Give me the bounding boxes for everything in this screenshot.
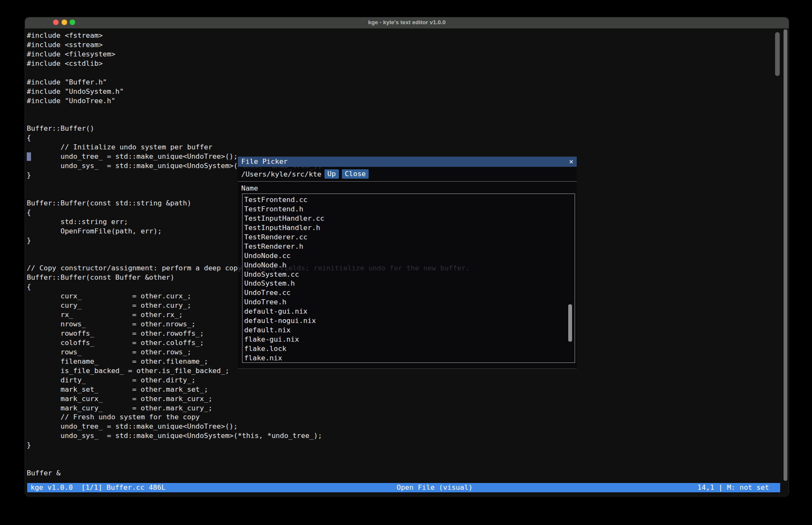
text-cursor bbox=[27, 152, 31, 161]
file-list-item[interactable]: default.nix bbox=[244, 326, 575, 335]
file-list-item[interactable]: TestInputHandler.cc bbox=[244, 214, 575, 223]
status-bar: kge v1.0.0 [1/1] Buffer.cc 486L Open Fil… bbox=[27, 483, 780, 492]
up-button[interactable]: Up bbox=[324, 169, 339, 179]
code-line: #include <sstream> bbox=[27, 40, 470, 50]
editor-scrollbar-rail[interactable] bbox=[784, 29, 787, 481]
window-titlebar[interactable]: kge - kyle's text editor v1.0.0 bbox=[25, 17, 789, 28]
dialog-close-icon[interactable]: ✕ bbox=[569, 157, 573, 166]
editor-scrollbar-thumb[interactable] bbox=[775, 32, 780, 76]
window-title: kge - kyle's text editor v1.0.0 bbox=[25, 19, 789, 25]
file-list-item[interactable]: flake.nix bbox=[244, 354, 575, 363]
file-list[interactable]: TestFrontend.ccTestFrontend.hTestInputHa… bbox=[242, 194, 575, 363]
code-line bbox=[27, 450, 470, 459]
file-list-item[interactable]: default-gui.nix bbox=[244, 307, 575, 316]
code-line bbox=[27, 459, 470, 469]
file-list-item[interactable]: TestFrontend.h bbox=[244, 205, 575, 214]
code-line: #include "Buffer.h" bbox=[27, 78, 470, 87]
status-cursor-position: 14,1 | M: not set bbox=[697, 483, 769, 492]
code-line: undo_sys_ = std::make_unique<UndoSystem>… bbox=[27, 431, 470, 441]
file-list-item[interactable]: UndoTree.h bbox=[244, 298, 575, 307]
code-line: mark_set_ = other.mark_set_; bbox=[27, 385, 470, 394]
file-list-item[interactable]: UndoTree.cc bbox=[244, 288, 575, 298]
file-list-item[interactable]: default-nogui.nix bbox=[244, 316, 575, 326]
code-line: { bbox=[27, 133, 470, 143]
code-line bbox=[27, 106, 470, 115]
file-list-item[interactable]: UndoNode.cc bbox=[244, 251, 575, 261]
code-line: #include "UndoTree.h" bbox=[27, 96, 470, 106]
editor-window: kge - kyle's text editor v1.0.0 #include… bbox=[25, 17, 789, 497]
code-line: // Fresh undo system for the copy bbox=[27, 413, 470, 422]
file-list-item[interactable]: TestFrontend.cc bbox=[244, 195, 575, 205]
status-mode: Open File (visual) bbox=[397, 483, 473, 492]
code-line: #include <filesystem> bbox=[27, 50, 470, 59]
screen: kge - kyle's text editor v1.0.0 #include… bbox=[0, 0, 812, 525]
code-line: mark_curx_ = other.mark_curx_; bbox=[27, 394, 470, 404]
file-list-item[interactable]: TestRenderer.h bbox=[244, 242, 575, 251]
file-picker-dialog: File Picker ✕ /Users/kyle/src/kte Up Clo… bbox=[238, 157, 577, 369]
code-line: undo_tree_ = std::make_unique<UndoTree>(… bbox=[27, 422, 470, 431]
code-line: #include <cstdlib> bbox=[27, 59, 470, 68]
current-path: /Users/kyle/src/kte bbox=[241, 170, 321, 178]
path-row: /Users/kyle/src/kte Up Close bbox=[241, 169, 369, 179]
code-line: Buffer::Buffer() bbox=[27, 124, 470, 133]
close-button[interactable]: Close bbox=[342, 169, 369, 179]
file-list-item[interactable]: UndoNode.h bbox=[244, 261, 575, 270]
path-separator bbox=[238, 181, 577, 182]
code-line: mark_cury_ = other.mark_cury_; bbox=[27, 404, 470, 413]
code-line: Buffer & bbox=[27, 469, 470, 478]
code-line bbox=[27, 68, 470, 78]
status-file-info: kge v1.0.0 [1/1] Buffer.cc 486L bbox=[31, 483, 166, 492]
file-list-item[interactable]: TestRenderer.cc bbox=[244, 233, 575, 242]
code-line: #include "UndoSystem.h" bbox=[27, 87, 470, 96]
file-list-scrollbar-thumb[interactable] bbox=[568, 304, 572, 342]
name-column-header: Name bbox=[241, 184, 258, 192]
file-list-item[interactable]: flake.lock bbox=[244, 344, 575, 354]
file-picker-titlebar[interactable]: File Picker ✕ bbox=[238, 157, 577, 167]
file-list-item[interactable]: UndoSystem.h bbox=[244, 279, 575, 288]
file-list-item[interactable]: UndoSystem.cc bbox=[244, 270, 575, 279]
code-line: // Initialize undo system per buffer bbox=[27, 143, 470, 152]
code-line: } bbox=[27, 441, 470, 450]
code-line: #include <fstream> bbox=[27, 31, 470, 40]
code-line bbox=[27, 115, 470, 124]
code-line: dirty_ = other.dirty_; bbox=[27, 376, 470, 385]
file-picker-title: File Picker bbox=[241, 157, 288, 166]
file-list-item[interactable]: flake-gui.nix bbox=[244, 335, 575, 344]
file-picker-body: /Users/kyle/src/kte Up Close Name TestFr… bbox=[238, 167, 577, 369]
file-list-item[interactable]: TestInputHandler.h bbox=[244, 223, 575, 233]
